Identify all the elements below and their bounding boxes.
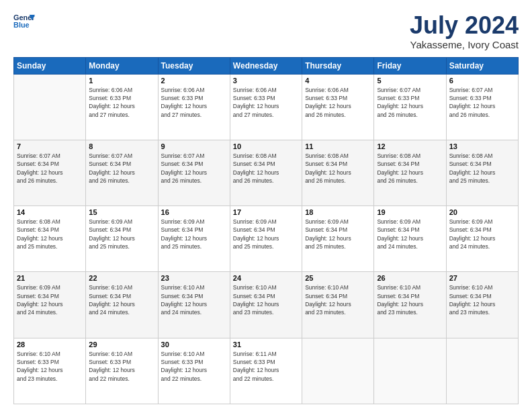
day-number: 22 <box>89 274 154 282</box>
day-info: Sunrise: 6:09 AM Sunset: 6:34 PM Dayligh… <box>89 218 154 250</box>
day-info: Sunrise: 6:06 AM Sunset: 6:33 PM Dayligh… <box>161 86 227 119</box>
calendar-cell: 4Sunrise: 6:06 AM Sunset: 6:33 PM Daylig… <box>302 74 374 140</box>
weekday-header: Sunday <box>14 57 86 74</box>
calendar-cell: 10Sunrise: 6:08 AM Sunset: 6:34 PM Dayli… <box>230 140 302 205</box>
day-info: Sunrise: 6:06 AM Sunset: 6:33 PM Dayligh… <box>305 86 371 119</box>
day-info: Sunrise: 6:07 AM Sunset: 6:33 PM Dayligh… <box>449 86 515 119</box>
day-number: 3 <box>233 77 299 85</box>
day-info: Sunrise: 6:10 AM Sunset: 6:34 PM Dayligh… <box>161 283 227 316</box>
day-info: Sunrise: 6:10 AM Sunset: 6:34 PM Dayligh… <box>233 283 299 316</box>
calendar-week-row: 1Sunrise: 6:06 AM Sunset: 6:33 PM Daylig… <box>14 74 519 140</box>
day-info: Sunrise: 6:08 AM Sunset: 6:34 PM Dayligh… <box>449 152 515 185</box>
day-number: 25 <box>305 274 371 282</box>
calendar-cell: 12Sunrise: 6:08 AM Sunset: 6:34 PM Dayli… <box>374 140 446 205</box>
calendar-cell: 11Sunrise: 6:08 AM Sunset: 6:34 PM Dayli… <box>302 140 374 205</box>
day-info: Sunrise: 6:09 AM Sunset: 6:34 PM Dayligh… <box>305 218 371 250</box>
calendar-week-row: 7Sunrise: 6:07 AM Sunset: 6:34 PM Daylig… <box>14 140 519 205</box>
day-number: 16 <box>161 208 227 216</box>
calendar-cell: 31Sunrise: 6:11 AM Sunset: 6:33 PM Dayli… <box>230 338 302 404</box>
calendar-cell: 5Sunrise: 6:07 AM Sunset: 6:33 PM Daylig… <box>374 74 446 140</box>
weekday-header: Wednesday <box>230 57 302 74</box>
weekday-header: Saturday <box>446 57 518 74</box>
day-number: 5 <box>377 77 443 85</box>
calendar-cell <box>446 338 518 404</box>
day-info: Sunrise: 6:10 AM Sunset: 6:34 PM Dayligh… <box>305 283 371 316</box>
calendar-cell: 24Sunrise: 6:10 AM Sunset: 6:34 PM Dayli… <box>230 272 302 338</box>
day-number: 4 <box>305 77 371 85</box>
calendar-cell: 16Sunrise: 6:09 AM Sunset: 6:34 PM Dayli… <box>158 206 230 272</box>
day-number: 28 <box>17 340 83 349</box>
calendar-week-row: 28Sunrise: 6:10 AM Sunset: 6:33 PM Dayli… <box>14 338 519 404</box>
day-info: Sunrise: 6:06 AM Sunset: 6:33 PM Dayligh… <box>89 86 154 119</box>
calendar-cell: 15Sunrise: 6:09 AM Sunset: 6:34 PM Dayli… <box>86 206 158 272</box>
weekday-header: Tuesday <box>158 57 230 74</box>
day-number: 8 <box>89 142 154 150</box>
logo-icon: General Blue <box>13 12 35 31</box>
day-info: Sunrise: 6:10 AM Sunset: 6:33 PM Dayligh… <box>17 350 83 383</box>
page: General Blue July 2024 Yakasseme, Ivory … <box>0 0 532 411</box>
calendar-cell <box>374 338 446 404</box>
calendar-cell: 17Sunrise: 6:09 AM Sunset: 6:34 PM Dayli… <box>230 206 302 272</box>
day-number: 13 <box>449 142 515 150</box>
day-info: Sunrise: 6:08 AM Sunset: 6:34 PM Dayligh… <box>233 152 299 185</box>
day-number: 19 <box>377 208 443 216</box>
day-number: 2 <box>161 77 227 85</box>
day-info: Sunrise: 6:09 AM Sunset: 6:34 PM Dayligh… <box>377 218 443 250</box>
title-block: July 2024 Yakasseme, Ivory Coast <box>410 12 519 50</box>
day-info: Sunrise: 6:11 AM Sunset: 6:33 PM Dayligh… <box>233 350 299 383</box>
day-info: Sunrise: 6:09 AM Sunset: 6:34 PM Dayligh… <box>161 218 227 250</box>
day-info: Sunrise: 6:07 AM Sunset: 6:34 PM Dayligh… <box>161 152 227 185</box>
day-info: Sunrise: 6:10 AM Sunset: 6:33 PM Dayligh… <box>161 350 227 383</box>
calendar-cell: 13Sunrise: 6:08 AM Sunset: 6:34 PM Dayli… <box>446 140 518 205</box>
calendar-cell: 2Sunrise: 6:06 AM Sunset: 6:33 PM Daylig… <box>158 74 230 140</box>
day-number: 31 <box>233 340 299 349</box>
day-info: Sunrise: 6:07 AM Sunset: 6:34 PM Dayligh… <box>17 152 83 185</box>
calendar-week-row: 14Sunrise: 6:08 AM Sunset: 6:34 PM Dayli… <box>14 206 519 272</box>
calendar-cell: 3Sunrise: 6:06 AM Sunset: 6:33 PM Daylig… <box>230 74 302 140</box>
calendar-cell: 18Sunrise: 6:09 AM Sunset: 6:34 PM Dayli… <box>302 206 374 272</box>
day-number: 18 <box>305 208 371 216</box>
day-info: Sunrise: 6:09 AM Sunset: 6:34 PM Dayligh… <box>233 218 299 250</box>
day-number: 12 <box>377 142 443 150</box>
day-info: Sunrise: 6:07 AM Sunset: 6:34 PM Dayligh… <box>89 152 154 185</box>
day-number: 23 <box>161 274 227 282</box>
calendar-cell: 1Sunrise: 6:06 AM Sunset: 6:33 PM Daylig… <box>86 74 158 140</box>
calendar-cell: 19Sunrise: 6:09 AM Sunset: 6:34 PM Dayli… <box>374 206 446 272</box>
day-number: 7 <box>17 142 83 150</box>
day-number: 26 <box>377 274 443 282</box>
day-info: Sunrise: 6:09 AM Sunset: 6:34 PM Dayligh… <box>449 218 515 250</box>
calendar-cell: 26Sunrise: 6:10 AM Sunset: 6:34 PM Dayli… <box>374 272 446 338</box>
calendar-cell: 21Sunrise: 6:09 AM Sunset: 6:34 PM Dayli… <box>14 272 86 338</box>
subtitle: Yakasseme, Ivory Coast <box>410 39 519 50</box>
weekday-header: Monday <box>86 57 158 74</box>
calendar-cell <box>302 338 374 404</box>
calendar-cell: 7Sunrise: 6:07 AM Sunset: 6:34 PM Daylig… <box>14 140 86 205</box>
header: General Blue July 2024 Yakasseme, Ivory … <box>13 12 519 50</box>
weekday-header-row: SundayMondayTuesdayWednesdayThursdayFrid… <box>14 57 519 74</box>
day-info: Sunrise: 6:08 AM Sunset: 6:34 PM Dayligh… <box>377 152 443 185</box>
day-number: 1 <box>89 77 154 85</box>
calendar-cell: 25Sunrise: 6:10 AM Sunset: 6:34 PM Dayli… <box>302 272 374 338</box>
calendar-cell: 30Sunrise: 6:10 AM Sunset: 6:33 PM Dayli… <box>158 338 230 404</box>
calendar-cell: 29Sunrise: 6:10 AM Sunset: 6:33 PM Dayli… <box>86 338 158 404</box>
calendar-week-row: 21Sunrise: 6:09 AM Sunset: 6:34 PM Dayli… <box>14 272 519 338</box>
day-number: 11 <box>305 142 371 150</box>
logo: General Blue <box>13 12 35 31</box>
calendar-cell: 8Sunrise: 6:07 AM Sunset: 6:34 PM Daylig… <box>86 140 158 205</box>
day-number: 6 <box>449 77 515 85</box>
day-info: Sunrise: 6:10 AM Sunset: 6:33 PM Dayligh… <box>89 350 154 383</box>
day-number: 10 <box>233 142 299 150</box>
day-number: 17 <box>233 208 299 216</box>
day-number: 27 <box>449 274 515 282</box>
day-info: Sunrise: 6:08 AM Sunset: 6:34 PM Dayligh… <box>305 152 371 185</box>
calendar-cell: 23Sunrise: 6:10 AM Sunset: 6:34 PM Dayli… <box>158 272 230 338</box>
day-number: 29 <box>89 340 154 349</box>
day-number: 20 <box>449 208 515 216</box>
svg-text:Blue: Blue <box>13 21 30 29</box>
main-title: July 2024 <box>410 12 519 39</box>
weekday-header: Thursday <box>302 57 374 74</box>
calendar-table: SundayMondayTuesdayWednesdayThursdayFrid… <box>13 57 519 404</box>
weekday-header: Friday <box>374 57 446 74</box>
day-number: 30 <box>161 340 227 349</box>
day-number: 14 <box>17 208 83 216</box>
